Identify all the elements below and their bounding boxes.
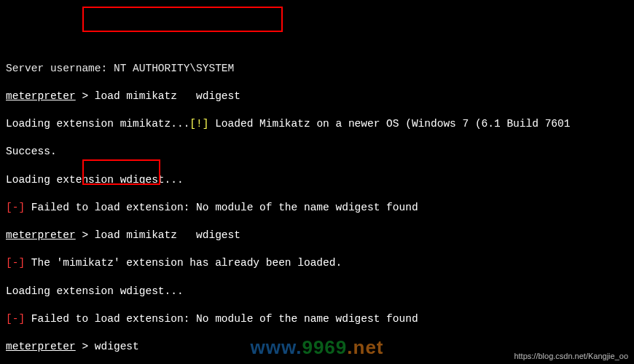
error-msg: The 'mimikatz' extension has already bee… bbox=[25, 257, 342, 269]
prompt-label: meterpreter bbox=[6, 229, 76, 241]
command-text: wdigest bbox=[95, 341, 139, 352]
loading-wdigest-line: Loading extension wdigest... bbox=[6, 173, 634, 187]
loading-text: Loading extension mimikatz... bbox=[6, 118, 189, 130]
already-loaded-line: [-] The 'mimikatz' extension has already… bbox=[6, 256, 634, 270]
highlight-box-1 bbox=[82, 7, 283, 32]
prompt-sep: > bbox=[76, 341, 95, 352]
prompt-sep: > bbox=[76, 229, 95, 241]
error-tag: [-] bbox=[6, 257, 25, 269]
warning-tag: [!] bbox=[189, 118, 208, 130]
prompt-sep: > bbox=[76, 90, 95, 102]
fail-line-1: [-] Failed to load extension: No module … bbox=[6, 201, 634, 215]
error-msg: Failed to load extension: No module of t… bbox=[25, 202, 418, 213]
loaded-text: Loaded Mimikatz on a newer OS (Windows 7… bbox=[208, 118, 570, 130]
error-tag: [-] bbox=[6, 202, 25, 213]
fail-line-2: [-] Failed to load extension: No module … bbox=[6, 312, 634, 326]
prompt-label: meterpreter bbox=[6, 341, 76, 352]
watermark-logo: www.9969.net bbox=[250, 335, 383, 360]
loading-wdigest-line-2: Loading extension wdigest... bbox=[6, 285, 634, 298]
success-line: Success. bbox=[6, 145, 634, 159]
loading-line: Loading extension mimikatz...[!] Loaded … bbox=[6, 117, 634, 131]
prompt-label: meterpreter bbox=[6, 90, 76, 102]
prompt-line-1: meterpreter > load mimikatz wdigest bbox=[6, 90, 634, 103]
command-text: load mimikatz wdigest bbox=[95, 229, 240, 241]
cutoff-line: Server username: NT AUTHORITY\SYSTEM bbox=[6, 62, 634, 76]
error-msg: Failed to load extension: No module of t… bbox=[25, 313, 418, 325]
error-tag: [-] bbox=[6, 313, 25, 325]
watermark-url: https://blog.csdn.net/Kangjie_oo bbox=[514, 351, 628, 362]
command-text: load mimikatz wdigest bbox=[95, 90, 240, 102]
prompt-line-2: meterpreter > load mimikatz wdigest bbox=[6, 229, 634, 242]
terminal-output: Server username: NT AUTHORITY\SYSTEM met… bbox=[6, 57, 634, 365]
